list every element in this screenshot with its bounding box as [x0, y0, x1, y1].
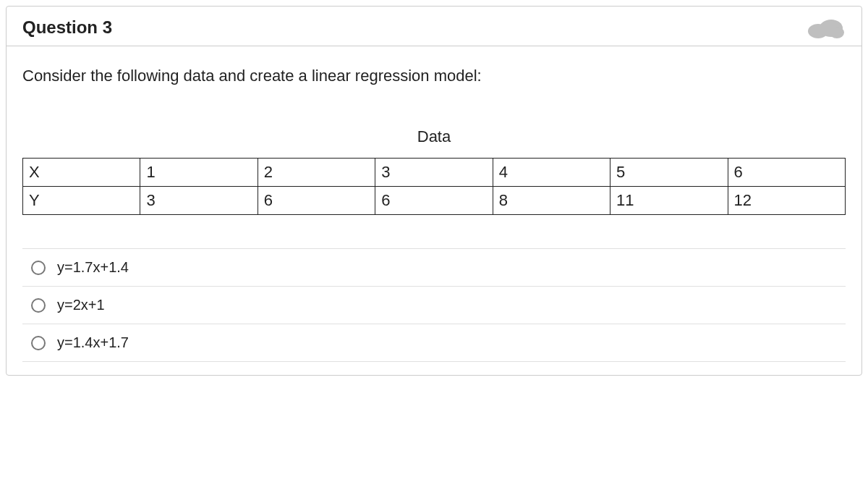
table-cell: 2 — [258, 159, 375, 187]
answer-option[interactable]: y=1.4x+1.7 — [22, 324, 846, 362]
table-cell: 4 — [493, 159, 610, 187]
radio-icon[interactable] — [31, 336, 46, 350]
table-cell: 6 — [258, 187, 375, 215]
question-card: Question 3 Consider the following data a… — [6, 6, 862, 376]
table-cell: X — [23, 159, 140, 187]
answer-options: y=1.7x+1.4 y=2x+1 y=1.4x+1.7 — [22, 248, 846, 362]
table-cell: Y — [23, 187, 140, 215]
answer-option[interactable]: y=1.7x+1.4 — [22, 248, 846, 286]
table-cell: 1 — [140, 159, 258, 187]
answer-option[interactable]: y=2x+1 — [22, 286, 846, 324]
cloud-icon — [805, 17, 846, 38]
table-cell: 3 — [375, 159, 493, 187]
data-table: X 1 2 3 4 5 6 Y 3 6 6 8 11 12 — [22, 158, 846, 215]
question-title: Question 3 — [22, 17, 112, 38]
table-cell: 8 — [493, 187, 610, 215]
option-label: y=1.4x+1.7 — [57, 334, 129, 351]
radio-icon[interactable] — [31, 298, 46, 313]
question-prompt: Consider the following data and create a… — [22, 67, 846, 85]
question-body: Consider the following data and create a… — [7, 46, 861, 375]
svg-point-2 — [830, 27, 844, 38]
radio-icon[interactable] — [31, 261, 46, 275]
table-cell: 12 — [728, 187, 845, 215]
table-cell: 3 — [140, 187, 258, 215]
option-label: y=2x+1 — [57, 297, 105, 313]
table-caption: Data — [22, 127, 846, 146]
table-row: Y 3 6 6 8 11 12 — [23, 187, 846, 215]
table-cell: 6 — [375, 187, 493, 215]
table-cell: 5 — [610, 159, 728, 187]
table-row: X 1 2 3 4 5 6 — [23, 159, 846, 187]
option-label: y=1.7x+1.4 — [57, 259, 129, 276]
table-cell: 6 — [728, 159, 845, 187]
table-cell: 11 — [610, 187, 728, 215]
question-header: Question 3 — [7, 7, 861, 46]
